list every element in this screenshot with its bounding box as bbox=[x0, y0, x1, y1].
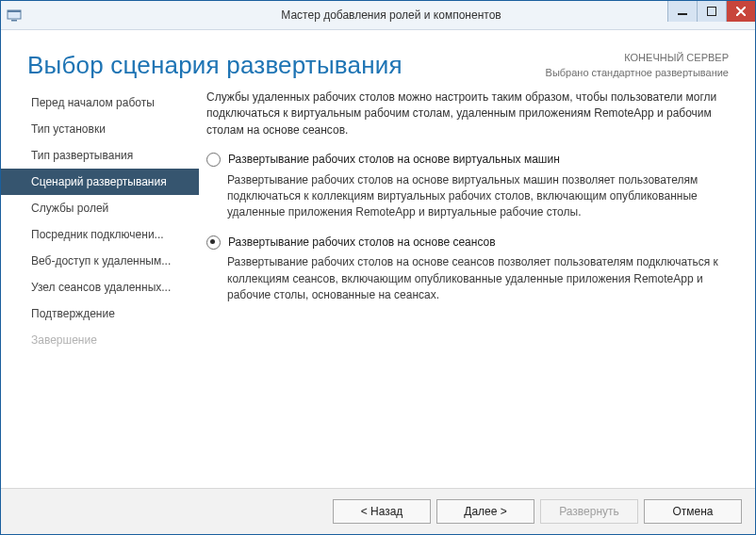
wizard-header: Выбор сценария развертывания КОНЕЧНЫЙ СЕ… bbox=[1, 30, 755, 89]
option-session-based[interactable]: Развертывание рабочих столов на основе с… bbox=[206, 235, 734, 304]
nav-web-access[interactable]: Веб-доступ к удаленным... bbox=[1, 248, 199, 274]
close-button[interactable] bbox=[726, 1, 755, 22]
radio-vm-based[interactable] bbox=[206, 153, 221, 167]
nav-confirmation[interactable]: Подтверждение bbox=[1, 300, 199, 327]
target-server-label: КОНЕЧНЫЙ СЕРВЕР bbox=[546, 51, 729, 65]
nav-connection-broker[interactable]: Посредник подключени... bbox=[1, 221, 199, 248]
content-pane: Службы удаленных рабочих столов можно на… bbox=[199, 89, 755, 469]
nav-installation-type[interactable]: Тип установки bbox=[1, 116, 199, 142]
svg-rect-4 bbox=[707, 7, 716, 16]
option-vm-based-desc: Развертывание рабочих столов на основе в… bbox=[227, 172, 734, 221]
cancel-button[interactable]: Отмена bbox=[644, 499, 742, 524]
svg-rect-1 bbox=[8, 10, 21, 12]
wizard-window: Мастер добавления ролей и компонентов Вы… bbox=[0, 0, 756, 535]
option-vm-based[interactable]: Развертывание рабочих столов на основе в… bbox=[206, 152, 734, 221]
page-title: Выбор сценария развертывания bbox=[27, 51, 403, 80]
nav-sidebar: Перед началом работы Тип установки Тип р… bbox=[1, 89, 199, 469]
option-session-based-desc: Развертывание рабочих столов на основе с… bbox=[227, 254, 734, 303]
header-subtitle: КОНЕЧНЫЙ СЕРВЕР Выбрано стандартное разв… bbox=[546, 51, 729, 80]
maximize-button[interactable] bbox=[697, 1, 726, 22]
nav-session-host[interactable]: Узел сеансов удаленных... bbox=[1, 274, 199, 300]
window-buttons bbox=[667, 1, 755, 22]
app-icon bbox=[1, 8, 27, 23]
nav-deployment-type[interactable]: Тип развертывания bbox=[1, 142, 199, 169]
nav-deployment-scenario[interactable]: Сценарий развертывания bbox=[1, 169, 199, 195]
option-vm-based-title: Развертывание рабочих столов на основе в… bbox=[228, 152, 560, 168]
svg-rect-3 bbox=[678, 13, 687, 15]
next-button[interactable]: Далее > bbox=[436, 499, 534, 524]
option-session-based-title: Развертывание рабочих столов на основе с… bbox=[228, 235, 496, 251]
back-button[interactable]: < Назад bbox=[333, 499, 431, 524]
nav-before-you-begin[interactable]: Перед началом работы bbox=[1, 89, 199, 116]
svg-rect-2 bbox=[11, 20, 17, 22]
wizard-footer: < Назад Далее > Развернуть Отмена bbox=[1, 488, 755, 534]
radio-session-based[interactable] bbox=[206, 235, 221, 250]
option-vm-based-head[interactable]: Развертывание рабочих столов на основе в… bbox=[206, 152, 734, 168]
deployment-type-label: Выбрано стандартное развертывание bbox=[546, 66, 729, 80]
titlebar: Мастер добавления ролей и компонентов bbox=[1, 1, 755, 30]
deploy-button: Развернуть bbox=[540, 499, 638, 524]
window-title: Мастер добавления ролей и компонентов bbox=[27, 8, 755, 22]
nav-role-services[interactable]: Службы ролей bbox=[1, 195, 199, 221]
minimize-button[interactable] bbox=[667, 1, 697, 22]
option-session-based-head[interactable]: Развертывание рабочих столов на основе с… bbox=[206, 235, 734, 251]
intro-text: Службы удаленных рабочих столов можно на… bbox=[206, 89, 734, 138]
wizard-body: Перед началом работы Тип установки Тип р… bbox=[1, 89, 755, 469]
nav-completion: Завершение bbox=[1, 327, 199, 353]
